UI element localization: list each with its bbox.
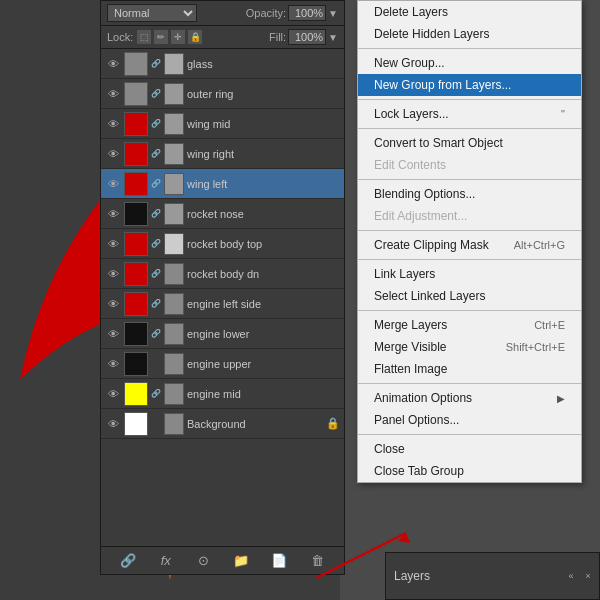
menu-item-new-group-[interactable]: New Group... (358, 52, 581, 74)
layer-mask-thumbnail (164, 413, 184, 435)
eye-icon[interactable]: 👁 (105, 236, 121, 252)
layer-thumbnail (124, 232, 148, 256)
lock-image-icon[interactable]: ✏ (154, 30, 168, 44)
menu-item-label: Delete Hidden Layers (374, 27, 489, 41)
eye-icon[interactable]: 👁 (105, 326, 121, 342)
new-group-button[interactable]: 📁 (231, 551, 251, 571)
opacity-input[interactable] (288, 5, 326, 21)
layer-name-label: outer ring (187, 88, 340, 100)
menu-item-select-linked-layers[interactable]: Select Linked Layers (358, 285, 581, 307)
eye-icon[interactable]: 👁 (105, 176, 121, 192)
chain-icon: 🔗 (151, 119, 161, 128)
menu-item-edit-adjustment-: Edit Adjustment... (358, 205, 581, 227)
menu-item-close[interactable]: Close (358, 438, 581, 460)
menu-item-link-layers[interactable]: Link Layers (358, 263, 581, 285)
layer-row[interactable]: 👁🔗rocket body top (101, 229, 344, 259)
mini-collapse-button[interactable]: « (564, 569, 578, 583)
menu-item-label: Edit Contents (374, 158, 446, 172)
layer-mask-thumbnail (164, 113, 184, 135)
layer-row[interactable]: 👁🔗engine left side (101, 289, 344, 319)
layer-mask-thumbnail (164, 203, 184, 225)
menu-item-lock-layers-[interactable]: Lock Layers..." (358, 103, 581, 125)
layer-row[interactable]: 👁🔗engine lower (101, 319, 344, 349)
mini-close-button[interactable]: × (581, 569, 595, 583)
eye-icon[interactable]: 👁 (105, 386, 121, 402)
layer-row[interactable]: 👁🔗engine mid (101, 379, 344, 409)
menu-item-close-tab-group[interactable]: Close Tab Group (358, 460, 581, 482)
lock-icons: ⬚ ✏ ✛ 🔒 (137, 30, 202, 44)
layer-thumbnail (124, 382, 148, 406)
menu-item-animation-options[interactable]: Animation Options▶ (358, 387, 581, 409)
opacity-label: Opacity: (246, 7, 286, 19)
menu-item-create-clipping-mask[interactable]: Create Clipping MaskAlt+Ctrl+G (358, 234, 581, 256)
lock-position-icon[interactable]: ✛ (171, 30, 185, 44)
add-mask-button[interactable]: ⊙ (194, 551, 214, 571)
layer-row[interactable]: 👁engine upper (101, 349, 344, 379)
layer-row[interactable]: 👁🔗wing left (101, 169, 344, 199)
menu-item-label: Animation Options (374, 391, 472, 405)
chain-icon: 🔗 (151, 59, 161, 68)
chain-icon: 🔗 (151, 149, 161, 158)
menu-item-label: New Group from Layers... (374, 78, 511, 92)
lock-pixels-icon[interactable]: ⬚ (137, 30, 151, 44)
menu-item-label: Link Layers (374, 267, 435, 281)
menu-item-delete-layers[interactable]: Delete Layers (358, 1, 581, 23)
eye-icon[interactable]: 👁 (105, 296, 121, 312)
lock-all-icon[interactable]: 🔒 (188, 30, 202, 44)
menu-separator (358, 259, 581, 260)
layer-name-label: Background (187, 418, 323, 430)
layer-mask-thumbnail (164, 353, 184, 375)
eye-icon[interactable]: 👁 (105, 56, 121, 72)
layer-row[interactable]: 👁🔗wing mid (101, 109, 344, 139)
menu-item-delete-hidden-layers[interactable]: Delete Hidden Layers (358, 23, 581, 45)
eye-icon[interactable]: 👁 (105, 416, 121, 432)
eye-icon[interactable]: 👁 (105, 206, 121, 222)
layer-row[interactable]: 👁🔗rocket body dn (101, 259, 344, 289)
layer-mask-thumbnail (164, 293, 184, 315)
eye-icon[interactable]: 👁 (105, 116, 121, 132)
chain-icon: 🔗 (151, 209, 161, 218)
layer-row[interactable]: 👁🔗wing right (101, 139, 344, 169)
layer-row[interactable]: 👁🔗outer ring (101, 79, 344, 109)
context-menu: Delete LayersDelete Hidden LayersNew Gro… (357, 0, 582, 483)
layer-name-label: engine mid (187, 388, 340, 400)
menu-separator (358, 310, 581, 311)
menu-item-blending-options-[interactable]: Blending Options... (358, 183, 581, 205)
layer-list: 👁🔗glass👁🔗outer ring👁🔗wing mid👁🔗wing righ… (101, 49, 344, 532)
layer-thumbnail (124, 352, 148, 376)
layer-row[interactable]: 👁Background🔒 (101, 409, 344, 439)
fill-arrow[interactable]: ▼ (328, 32, 338, 43)
chain-icon: 🔗 (151, 389, 161, 398)
menu-item-label: Close (374, 442, 405, 456)
menu-item-merge-visible[interactable]: Merge VisibleShift+Ctrl+E (358, 336, 581, 358)
fx-button[interactable]: fx (156, 551, 176, 571)
menu-separator (358, 128, 581, 129)
chain-icon: 🔗 (151, 179, 161, 188)
menu-item-flatten-image[interactable]: Flatten Image (358, 358, 581, 380)
layer-mask-thumbnail (164, 383, 184, 405)
menu-item-new-group-from-layers-[interactable]: New Group from Layers... (358, 74, 581, 96)
menu-item-convert-to-smart-object[interactable]: Convert to Smart Object (358, 132, 581, 154)
eye-icon[interactable]: 👁 (105, 266, 121, 282)
fill-input[interactable] (288, 29, 326, 45)
menu-item-shortcut: Alt+Ctrl+G (514, 239, 565, 251)
opacity-arrow[interactable]: ▼ (328, 8, 338, 19)
menu-item-shortcut: " (561, 108, 565, 120)
eye-icon[interactable]: 👁 (105, 86, 121, 102)
layer-row[interactable]: 👁🔗glass (101, 49, 344, 79)
new-layer-button[interactable]: 📄 (269, 551, 289, 571)
layer-lock-icon: 🔒 (326, 417, 340, 430)
menu-item-panel-options-[interactable]: Panel Options... (358, 409, 581, 431)
layer-row[interactable]: 👁🔗rocket nose (101, 199, 344, 229)
link-layers-button[interactable]: 🔗 (118, 551, 138, 571)
menu-item-merge-layers[interactable]: Merge LayersCtrl+E (358, 314, 581, 336)
blend-mode-select[interactable]: NormalNormalDissolveMultiplyScreenOverla… (107, 4, 197, 22)
layers-header-blend: NormalNormalDissolveMultiplyScreenOverla… (101, 1, 344, 26)
menu-separator (358, 179, 581, 180)
layer-thumbnail (124, 412, 148, 436)
eye-icon[interactable]: 👁 (105, 356, 121, 372)
layer-thumbnail (124, 52, 148, 76)
eye-icon[interactable]: 👁 (105, 146, 121, 162)
mini-layers-panel: Layers « × (385, 552, 600, 600)
menu-item-label: Flatten Image (374, 362, 447, 376)
